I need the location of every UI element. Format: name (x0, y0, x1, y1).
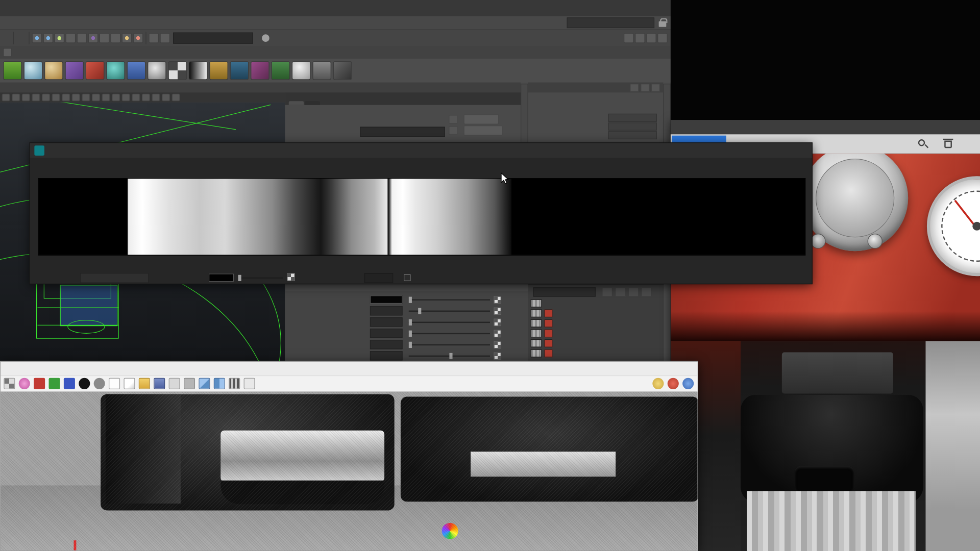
close-button[interactable] (674, 362, 698, 375)
texture-map-button[interactable] (494, 341, 501, 349)
viewer-canvas[interactable] (1, 392, 697, 550)
slider-handle[interactable] (409, 297, 412, 303)
render-settings-icon[interactable] (160, 33, 170, 43)
ramp-titlebar[interactable] (30, 143, 812, 158)
slider-handle[interactable] (418, 308, 421, 314)
viewport-toolbar-icon[interactable] (62, 94, 70, 102)
viewport-toolbar-icon[interactable] (122, 94, 130, 102)
viewport-toolbar-icon[interactable] (52, 94, 60, 102)
ipr-render-icon[interactable] (149, 33, 159, 43)
red-channel-button[interactable] (34, 378, 45, 389)
shelf-tool-icon[interactable] (230, 61, 249, 80)
photos-titlebar[interactable] (671, 120, 980, 134)
viewport-toolbar-icon[interactable] (172, 94, 180, 102)
texture-map-button[interactable] (494, 330, 501, 338)
texture-map-button[interactable] (494, 296, 501, 304)
slider-handle[interactable] (238, 275, 241, 281)
channel-value[interactable] (608, 122, 657, 131)
workspace-dropdown[interactable] (567, 17, 654, 28)
texture-map-button[interactable] (494, 307, 501, 315)
ramp-gradient-strip[interactable] (38, 178, 806, 256)
selected-position-field[interactable] (364, 273, 393, 283)
show-attribute-editor-icon[interactable] (635, 33, 645, 43)
new-image-icon[interactable] (109, 378, 120, 389)
quick-rename-field[interactable] (173, 33, 253, 44)
viewport-toolbar-icon[interactable] (12, 94, 20, 102)
shelf-menu-icon[interactable] (3, 48, 12, 57)
zoom-icon[interactable] (918, 139, 925, 146)
gray-preview-icon[interactable] (94, 378, 105, 389)
help-icon[interactable] (682, 378, 694, 389)
layer-row[interactable] (531, 298, 662, 308)
selected-color-swatch[interactable] (370, 295, 403, 304)
duplicate-image-icon[interactable] (124, 378, 135, 389)
viewer-titlebar[interactable] (1, 362, 697, 375)
output-connections-icon[interactable] (111, 33, 121, 43)
show-modeling-toolkit-icon[interactable] (624, 33, 634, 43)
sign-in-button[interactable] (262, 34, 276, 42)
blend-mode-dropdown[interactable] (533, 287, 595, 296)
color-slider[interactable] (238, 278, 283, 279)
slider-handle[interactable] (409, 331, 412, 337)
show-channel-box-icon[interactable] (657, 33, 668, 43)
shelf-tool-icon[interactable] (24, 61, 43, 80)
minimize-button[interactable] (601, 0, 624, 16)
maya-titlebar[interactable] (0, 0, 671, 16)
focus-button[interactable] (464, 114, 499, 124)
texture-map-button[interactable] (494, 353, 501, 360)
field-slider[interactable] (409, 333, 490, 334)
shelf-tool-icon[interactable] (168, 61, 187, 80)
make-live-icon[interactable] (88, 33, 99, 43)
texture-map-button[interactable] (287, 273, 295, 281)
record-icon[interactable] (668, 378, 679, 389)
texture-map-button[interactable] (494, 318, 501, 326)
interpolation-dropdown[interactable] (80, 273, 149, 283)
channel-value[interactable] (608, 114, 657, 122)
shelf-tool-icon[interactable] (333, 61, 352, 80)
prev-layer-button[interactable] (602, 287, 612, 296)
viewport-toolbar-icon[interactable] (132, 94, 140, 102)
field-value[interactable] (370, 317, 403, 327)
layer-row[interactable] (531, 348, 662, 358)
cascade-windows-icon[interactable] (199, 378, 210, 389)
viewport-toolbar-icon[interactable] (72, 94, 80, 102)
notes-icon[interactable] (449, 126, 457, 135)
close-button[interactable] (789, 143, 812, 158)
viewport-toolbar-icon[interactable] (152, 94, 160, 102)
shelf-tool-icon[interactable] (65, 61, 84, 80)
field-value[interactable] (370, 329, 403, 338)
snap-grid-icon[interactable] (32, 33, 42, 43)
slider-handle[interactable] (409, 342, 412, 348)
print-icon[interactable] (169, 378, 180, 389)
construction-history-icon[interactable] (122, 33, 132, 43)
shelf-tool-icon[interactable] (292, 61, 311, 80)
shelf-tool-icon[interactable] (106, 61, 125, 80)
shelf-tool-icon[interactable] (251, 61, 270, 80)
layer-row[interactable] (531, 339, 662, 348)
shelf-tool-icon[interactable] (209, 61, 228, 80)
viewport-toolbar-icon[interactable] (2, 94, 10, 102)
viewport-toolbar-icon[interactable] (92, 94, 100, 102)
viewport-toolbar-icon[interactable] (162, 94, 170, 102)
ae-tab-vrayplaceenvtex4[interactable] (305, 101, 320, 105)
delete-icon[interactable] (184, 378, 195, 389)
layer-row[interactable] (531, 318, 662, 328)
transparency-grid-icon[interactable] (4, 378, 15, 389)
channel-slider-icon[interactable] (641, 84, 649, 92)
tile-windows-icon[interactable] (214, 378, 225, 389)
step-back-button[interactable] (615, 287, 626, 296)
pencil-icon[interactable] (651, 84, 660, 92)
render-icon[interactable] (133, 33, 143, 43)
attribute-editor-side-tab[interactable] (521, 84, 528, 144)
close-button[interactable] (648, 0, 671, 16)
layer-row[interactable] (531, 309, 662, 318)
shelf-tool-icon[interactable] (271, 61, 290, 80)
viewport-toolbar-icon[interactable] (22, 94, 30, 102)
lock-icon[interactable] (659, 21, 667, 27)
next-layer-button[interactable] (641, 287, 652, 296)
ae-tab-ramp34[interactable] (289, 101, 304, 105)
viewport-toolbar-icon[interactable] (142, 94, 150, 102)
selected-color-swatch[interactable] (209, 273, 234, 282)
minimize-button[interactable] (626, 362, 650, 375)
input-connections-icon[interactable] (100, 33, 110, 43)
